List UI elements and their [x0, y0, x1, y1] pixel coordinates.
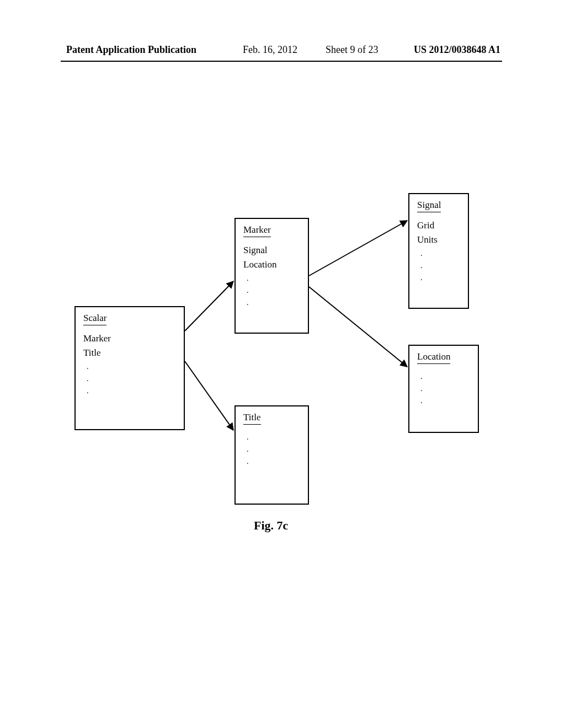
box-scalar: Scalar Marker Title . . . — [74, 306, 185, 430]
ellipsis-dot: . — [247, 446, 300, 453]
box-signal-row-units: Units — [417, 234, 460, 245]
ellipsis-dot: . — [420, 385, 470, 393]
header-docnum: US 2012/0038648 A1 — [414, 44, 500, 56]
box-signal-title: Signal — [417, 200, 441, 212]
header-publication: Patent Application Publication — [66, 44, 196, 56]
arrow-marker-to-location — [309, 287, 407, 367]
box-signal-row-grid: Grid — [417, 220, 460, 231]
ellipsis-dot: . — [420, 250, 460, 258]
header-rule — [61, 61, 502, 62]
box-marker-row-signal: Signal — [243, 245, 300, 256]
header-date: Feb. 16, 2012 — [243, 44, 297, 56]
box-location: Location . . . — [408, 345, 479, 433]
box-scalar-title: Scalar — [83, 313, 106, 325]
box-title: Title . . . — [234, 405, 309, 505]
box-location-title: Location — [417, 351, 450, 364]
box-marker-title: Marker — [243, 224, 271, 237]
arrow-scalar-to-marker — [185, 281, 233, 331]
box-title-title: Title — [243, 412, 261, 425]
figure-caption: Fig. 7c — [254, 518, 288, 533]
box-scalar-row-marker: Marker — [83, 333, 176, 344]
ellipsis-dot: . — [247, 275, 300, 282]
box-marker: Marker Signal Location . . . — [234, 218, 309, 334]
arrow-scalar-to-title — [185, 361, 233, 430]
ellipsis-dot: . — [247, 458, 300, 465]
ellipsis-dot: . — [420, 262, 460, 270]
ellipsis-dot: . — [420, 274, 460, 282]
box-marker-row-location: Location — [243, 259, 300, 270]
arrow-marker-to-signal — [309, 221, 407, 276]
box-signal: Signal Grid Units . . . — [408, 193, 469, 309]
ellipsis-dot: . — [420, 373, 470, 381]
ellipsis-dot: . — [87, 363, 176, 371]
header-sheet: Sheet 9 of 23 — [326, 44, 378, 56]
box-scalar-row-title: Title — [83, 347, 176, 358]
ellipsis-dot: . — [87, 375, 176, 383]
ellipsis-dot: . — [247, 433, 300, 441]
ellipsis-dot: . — [247, 287, 300, 295]
ellipsis-dot: . — [87, 387, 176, 395]
ellipsis-dot: . — [420, 397, 470, 405]
page: Patent Application Publication Feb. 16, … — [0, 0, 565, 728]
ellipsis-dot: . — [247, 299, 300, 307]
